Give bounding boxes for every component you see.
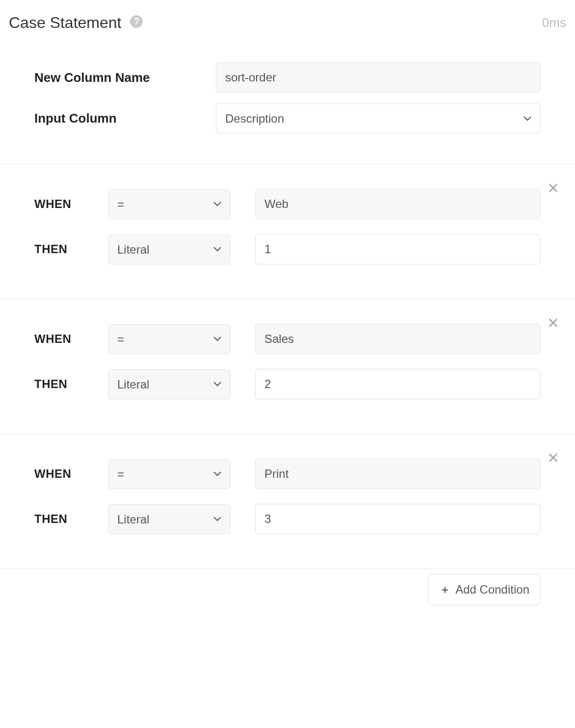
then-label: THEN xyxy=(34,377,108,391)
add-condition-label: Add Condition xyxy=(455,583,529,597)
page-title: Case Statement xyxy=(9,14,121,32)
then-value-input[interactable] xyxy=(255,234,541,264)
add-condition-button[interactable]: ＋ Add Condition xyxy=(428,574,541,605)
when-operator-select[interactable]: = xyxy=(108,189,231,219)
condition-block: ✕ WHEN = THEN Literal xyxy=(0,434,575,569)
when-value-input[interactable] xyxy=(255,189,541,219)
config-section: New Column Name Input Column Description xyxy=(0,37,575,164)
panel-header: Case Statement ? 0ms xyxy=(0,0,575,37)
condition-block: ✕ WHEN = THEN Literal xyxy=(0,164,575,299)
new-column-name-input[interactable] xyxy=(216,62,541,93)
when-label: WHEN xyxy=(34,332,108,346)
plus-icon: ＋ xyxy=(440,582,450,597)
then-value-input[interactable] xyxy=(255,369,541,399)
then-type-select[interactable]: Literal xyxy=(108,234,231,264)
help-icon[interactable]: ? xyxy=(130,15,143,28)
when-label: WHEN xyxy=(34,197,108,211)
then-type-select[interactable]: Literal xyxy=(108,369,231,399)
timing-badge: 0ms xyxy=(542,15,566,30)
when-operator-select[interactable]: = xyxy=(108,459,231,489)
input-column-select[interactable]: Description xyxy=(216,104,541,133)
then-value-input[interactable] xyxy=(255,504,541,534)
when-label: WHEN xyxy=(34,467,108,481)
when-value-input[interactable] xyxy=(255,459,541,489)
new-column-name-label: New Column Name xyxy=(34,70,216,85)
condition-block: ✕ WHEN = THEN Literal xyxy=(0,299,575,434)
close-icon[interactable]: ✕ xyxy=(547,181,559,196)
then-type-select[interactable]: Literal xyxy=(108,504,231,534)
close-icon[interactable]: ✕ xyxy=(547,316,559,331)
input-column-label: Input Column xyxy=(34,111,216,126)
then-label: THEN xyxy=(34,512,108,526)
when-value-input[interactable] xyxy=(255,324,541,354)
when-operator-select[interactable]: = xyxy=(108,324,231,354)
close-icon[interactable]: ✕ xyxy=(547,451,559,466)
then-label: THEN xyxy=(34,242,108,256)
